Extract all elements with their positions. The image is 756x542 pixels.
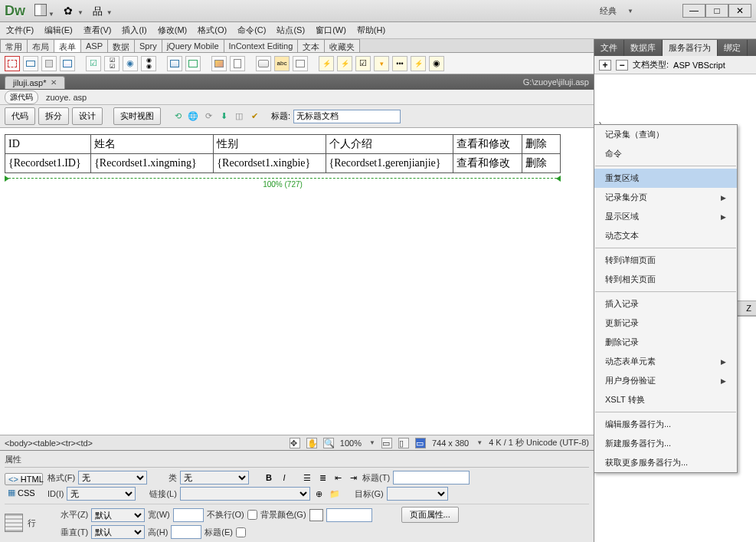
window-size[interactable]: 744 x 380 [432,439,469,448]
document-tab[interactable]: jiluji.asp* ✕ [5,76,65,89]
menu-item[interactable]: 获取更多服务器行为... [594,453,737,472]
tab-bindings[interactable]: 绑定 [718,40,748,56]
doc-title-input[interactable] [293,110,401,123]
menu-item[interactable]: 显示区域▶ [594,207,737,226]
tab-files[interactable]: 文件 [594,40,624,56]
width-ruler[interactable]: 100% (727) [5,178,561,193]
textarea-icon[interactable] [60,56,75,71]
tab-layout[interactable]: 布局 [27,39,54,52]
menu-item[interactable]: 记录集分页▶ [594,188,737,207]
fieldset-icon[interactable] [293,56,308,71]
menu-file[interactable]: 文件(F) [6,25,34,36]
menu-item[interactable]: 重复区域 [594,169,737,188]
menu-item[interactable]: 编辑服务器行为... [594,415,737,434]
filefield-icon[interactable] [230,56,245,71]
page-props-button[interactable]: 页面属性... [401,507,459,523]
tab-jquery[interactable]: jQuery Mobile [162,39,224,52]
form-icon[interactable] [5,56,20,71]
th-name[interactable]: 姓名 [91,135,214,154]
valign-select[interactable]: 默认 [91,525,145,539]
site-icon[interactable]: 品▼ [93,5,113,17]
menu-item[interactable]: 更新记录 [594,314,737,333]
code-view-button[interactable]: 代码 [5,107,35,125]
desktop-icon[interactable]: ▭ [415,438,426,448]
spry-password-icon[interactable]: ••• [392,56,407,71]
menu-item[interactable]: 记录集（查询） [594,125,737,144]
checkboxgroup-icon[interactable]: ☑☑ [104,56,119,71]
refresh-icon[interactable]: ⟳ [202,110,214,123]
zoom-tool-icon[interactable]: 🔍 [323,438,334,448]
design-view[interactable]: ID 姓名 性别 个人介绍 查看和修改 删除 {Recordset1.ID} {… [0,128,594,435]
tab-server-behaviors[interactable]: 服务器行为 [663,40,718,56]
visual-aids-icon[interactable]: ◫ [233,110,245,123]
target-select[interactable] [387,487,448,501]
ol-icon[interactable]: ≣ [316,471,329,484]
td-name[interactable]: {Recordset1.xingming} [91,154,214,173]
spry-radio-icon[interactable]: ◉ [429,56,444,71]
spry-text-icon[interactable]: ⚡ [319,56,334,71]
indent-icon[interactable]: ⇥ [347,471,359,484]
minimize-button[interactable]: — [682,4,705,18]
italic-icon[interactable]: I [278,471,290,484]
menu-item[interactable]: 新建服务器行为... [594,434,737,453]
link-select[interactable] [180,487,310,501]
menu-item[interactable]: XSLT 转换 [594,390,737,409]
file-mgmt-icon[interactable]: ⬇ [218,110,230,123]
td-edit[interactable]: 查看和修改 [453,154,522,173]
viewport-icon[interactable]: ▭ [381,438,392,448]
hand-tool-icon[interactable]: ✋ [306,438,317,448]
menu-item[interactable]: 动态表单元素▶ [594,352,737,371]
menu-item[interactable]: 动态文本 [594,226,737,245]
point-to-file-icon[interactable]: ⊕ [313,488,326,500]
tab-fav[interactable]: 收藏夹 [324,39,360,52]
menu-view[interactable]: 查看(V) [83,25,112,36]
menu-item[interactable]: 用户身份验证▶ [594,371,737,390]
nowrap-checkbox[interactable] [247,510,257,520]
textfield-icon[interactable] [23,56,38,71]
ul-icon[interactable]: ☰ [301,471,313,484]
tab-common[interactable]: 常用 [0,39,28,52]
class-select[interactable]: 无 [180,471,249,485]
menu-modify[interactable]: 修改(M) [158,25,188,36]
checkbox-icon[interactable]: ☑ [86,56,101,71]
jumpmenu-icon[interactable] [185,56,201,71]
menu-commands[interactable]: 命令(C) [237,25,266,36]
imagefield-icon[interactable] [211,56,227,71]
tablet-icon[interactable]: ▯ [398,438,409,448]
split-view-button[interactable]: 拆分 [38,107,69,125]
th-id[interactable]: ID [5,135,91,154]
outdent-icon[interactable]: ⇤ [332,471,344,484]
bgcolor-input[interactable] [326,508,372,522]
th-gender[interactable]: 性别 [214,135,326,154]
td-gender[interactable]: {Recordset1.xingbie} [214,154,326,173]
td-del[interactable]: 删除 [522,154,560,173]
tab-spry[interactable]: Spry [134,39,162,52]
spry-select-icon[interactable]: ▾ [374,56,389,71]
th-intro[interactable]: 个人介绍 [326,135,453,154]
hidden-icon[interactable] [41,56,57,71]
workspace-label[interactable]: 经典 [600,5,617,17]
remove-behavior-button[interactable]: − [616,60,628,71]
height-input[interactable] [171,525,201,539]
menu-edit[interactable]: 编辑(E) [44,25,73,36]
tab-data[interactable]: 数据 [107,39,135,52]
format-select[interactable]: 无 [78,471,147,485]
select-tool-icon[interactable]: ✥ [290,438,300,448]
tab-ice[interactable]: InContext Editing [224,39,299,52]
spry-textarea-icon[interactable]: ⚡ [337,56,352,71]
layout-switch-icon[interactable]: ▼ [34,4,54,18]
table-header-row[interactable]: ID 姓名 性别 个人介绍 查看和修改 删除 [5,135,561,154]
tag-selector[interactable]: <body><table><tr><td> [5,439,93,448]
menu-item[interactable]: 转到详细页面 [594,251,737,270]
bgcolor-swatch[interactable] [309,509,323,521]
radio-icon[interactable]: ◉ [123,56,138,71]
th-del[interactable]: 删除 [522,135,560,154]
menu-item[interactable]: 插入记录 [594,294,737,314]
live-code-icon[interactable]: ⟲ [172,110,184,123]
tab-databases[interactable]: 数据库 [624,40,663,56]
live-view-button[interactable]: 实时视图 [113,107,161,125]
bold-icon[interactable]: B [263,471,275,484]
menu-format[interactable]: 格式(O) [198,25,227,36]
label-icon[interactable]: abc [274,56,290,71]
spry-confirm-icon[interactable]: ⚡ [411,56,426,71]
